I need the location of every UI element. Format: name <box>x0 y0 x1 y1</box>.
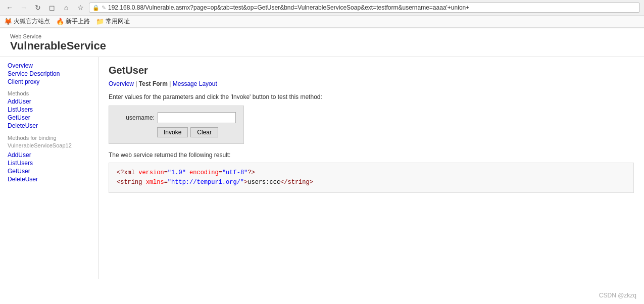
sidebar-item-listusers[interactable]: ListUsers <box>8 106 90 113</box>
back-button[interactable]: ← <box>4 2 15 13</box>
sidebar-item-getuser[interactable]: GetUser <box>8 114 90 121</box>
home-button[interactable]: ⌂ <box>61 2 72 13</box>
huhu-label: 火狐官方站点 <box>14 17 50 26</box>
sidebar-item-deleteuser[interactable]: DeleteUser <box>8 122 90 129</box>
content-area: GetUser Overview | Test Form | Message L… <box>98 57 644 279</box>
op-description: Enter values for the parameters and clic… <box>109 93 634 100</box>
op-title: GetUser <box>109 65 634 76</box>
form-buttons: Invoke Clear <box>157 127 236 137</box>
xml-decl-tag: <?xml <box>117 169 135 176</box>
bookmark-common[interactable]: 📁 常用网址 <box>96 17 130 26</box>
sidebar-item-deleteuser-b[interactable]: DeleteUser <box>8 176 90 183</box>
address-text: 192.168.0.88/Vulnerable.asmx?page=op&tab… <box>108 4 636 11</box>
result-box: <?xml version="1.0" encoding="utf-8"?> <… <box>109 163 634 193</box>
binding-label: Methods for binding VulnerableServiceSoa… <box>8 134 90 150</box>
nav-test-form: Test Form <box>139 80 168 87</box>
page-content: Web Service VulnerableService Overview S… <box>0 28 644 279</box>
sidebar-item-adduser-b[interactable]: AddUser <box>8 151 90 159</box>
xml-content: users:ccc <box>247 179 280 186</box>
op-nav: Overview | Test Form | Message Layout <box>109 80 634 87</box>
result-label: The web service returned the following r… <box>109 151 634 159</box>
sidebar-item-listusers-b[interactable]: ListUsers <box>8 160 90 167</box>
stop-button[interactable]: ◻ <box>46 2 58 13</box>
lock-icon: 🔒 <box>92 5 100 11</box>
newbie-label: 新手上路 <box>66 17 90 26</box>
browser-toolbar: ← → ↻ ◻ ⌂ ☆ 🔒 ✎ 192.168.0.88/Vulnerable.… <box>0 0 644 16</box>
browser-chrome: ← → ↻ ◻ ⌂ ☆ 🔒 ✎ 192.168.0.88/Vulnerable.… <box>0 0 644 28</box>
xml-encoding-attr: encoding <box>189 169 219 176</box>
sidebar-item-service-desc[interactable]: Service Description <box>8 70 90 77</box>
sidebar-item-overview[interactable]: Overview <box>8 62 90 69</box>
result-line-2: <string xmlns="http://tempuri.org/">user… <box>117 178 626 187</box>
page-header: Web Service VulnerableService <box>0 28 644 57</box>
username-label: username: <box>117 114 155 121</box>
username-input[interactable] <box>158 112 236 123</box>
address-bar-container[interactable]: 🔒 ✎ 192.168.0.88/Vulnerable.asmx?page=op… <box>89 3 640 13</box>
sidebar: Overview Service Description Client prox… <box>0 57 98 279</box>
service-title: VulnerableService <box>10 39 634 53</box>
bookmark-button[interactable]: ☆ <box>75 2 86 13</box>
forward-button[interactable]: → <box>18 2 29 13</box>
form-row-username: username: <box>117 112 236 123</box>
bookmark-huhu[interactable]: 🦊 火狐官方站点 <box>4 17 50 26</box>
invoke-button[interactable]: Invoke <box>157 127 188 137</box>
methods-label: Methods <box>8 90 90 96</box>
common-icon: 📁 <box>96 18 104 25</box>
bookmark-newbie[interactable]: 🔥 新手上路 <box>56 17 90 26</box>
sidebar-item-getuser-b[interactable]: GetUser <box>8 168 90 175</box>
sidebar-item-adduser[interactable]: AddUser <box>8 98 90 105</box>
edit-icon: ✎ <box>102 5 106 11</box>
form-box: username: Invoke Clear <box>109 106 244 144</box>
xml-xmlns-val: "http://tempuri.org/" <box>168 179 244 186</box>
sidebar-item-client-proxy[interactable]: Client proxy <box>8 78 90 85</box>
web-service-label: Web Service <box>10 33 634 39</box>
newbie-icon: 🔥 <box>56 18 64 25</box>
xml-string-open: <string <box>117 179 142 186</box>
nav-message-layout[interactable]: Message Layout <box>173 80 217 87</box>
xml-version-attr: version <box>138 169 164 176</box>
common-label: 常用网址 <box>106 17 130 26</box>
huhu-icon: 🦊 <box>4 18 12 25</box>
result-line-1: <?xml version="1.0" encoding="utf-8"?> <box>117 168 626 178</box>
bookmarks-bar: 🦊 火狐官方站点 🔥 新手上路 📁 常用网址 <box>0 16 644 28</box>
nav-overview[interactable]: Overview <box>109 80 134 87</box>
main-layout: Overview Service Description Client prox… <box>0 57 644 279</box>
clear-button[interactable]: Clear <box>190 127 218 137</box>
xml-xmlns-attr: xmlns <box>146 179 164 186</box>
xml-string-close: </string> <box>280 179 313 186</box>
reload-button[interactable]: ↻ <box>32 2 43 13</box>
